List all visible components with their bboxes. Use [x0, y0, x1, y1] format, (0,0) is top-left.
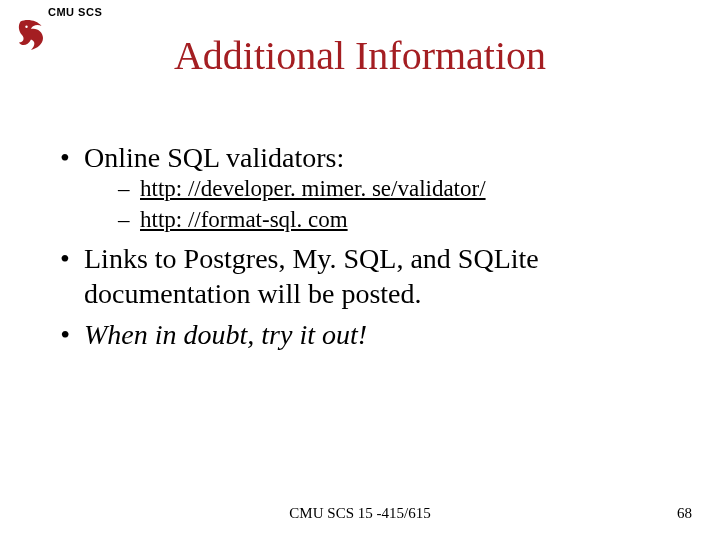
link-mimer-validator[interactable]: http: //developer. mimer. se/validator/	[140, 176, 486, 201]
svg-point-0	[25, 26, 27, 28]
bullet-text: Online SQL validators:	[84, 142, 344, 173]
slide-body: Online SQL validators: http: //developer…	[60, 140, 680, 358]
footer-page-number: 68	[677, 505, 692, 522]
footer-course: CMU SCS 15 -415/615	[0, 505, 720, 522]
bullet-docs: Links to Postgres, My. SQL, and SQLite d…	[60, 241, 680, 311]
slide: CMU SCS Additional Information Online SQ…	[0, 0, 720, 540]
bullet-text: Links to Postgres, My. SQL, and SQLite d…	[84, 243, 539, 309]
bullet-tryit: When in doubt, try it out!	[60, 317, 680, 352]
sub-bullet-link-1: http: //developer. mimer. se/validator/	[84, 175, 680, 204]
bullet-text: When in doubt, try it out!	[84, 319, 367, 350]
sub-bullet-link-2: http: //format-sql. com	[84, 206, 680, 235]
slide-title: Additional Information	[0, 32, 720, 79]
bullet-validators: Online SQL validators: http: //developer…	[60, 140, 680, 235]
header-org-label: CMU SCS	[48, 6, 102, 18]
link-format-sql[interactable]: http: //format-sql. com	[140, 207, 348, 232]
